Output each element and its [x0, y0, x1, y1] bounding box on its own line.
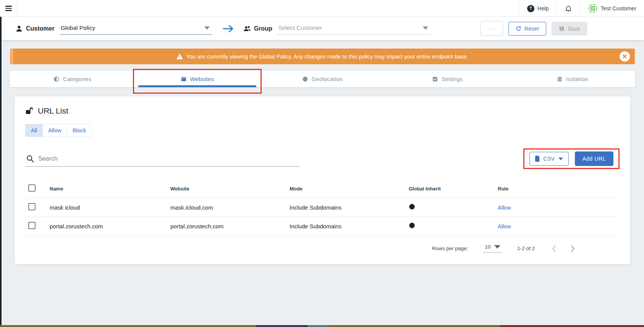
filter-block-button[interactable]: Block [67, 124, 92, 137]
bell-icon [565, 5, 572, 12]
add-url-button[interactable]: Add URL [575, 151, 613, 166]
active-tab-underline [138, 85, 256, 87]
refresh-icon [516, 26, 521, 31]
tab-websites[interactable]: Websites [135, 71, 260, 87]
close-icon [623, 54, 627, 59]
search-icon [26, 155, 34, 163]
policy-tabs: Categories Websites Geolocation [10, 71, 635, 87]
cell-mode: Include Subdomains [286, 198, 406, 217]
rule-filter-group: All Allow Block [25, 124, 92, 137]
chevron-down-icon [204, 26, 210, 30]
banner-close-button[interactable] [620, 51, 630, 62]
list-controls: CSV Add URL [25, 148, 620, 167]
cell-name: mask icloud [47, 198, 167, 217]
group-select-placeholder: Select Customer [278, 24, 322, 31]
hamburger-icon [5, 6, 12, 11]
save-icon [559, 26, 565, 31]
customer-select-value: Global Policy [61, 24, 95, 31]
globe-icon [409, 222, 415, 229]
url-list-title: URL List [25, 106, 620, 116]
customer-select[interactable]: Global Policy [60, 22, 212, 35]
annotation-box-actions: CSV Add URL [523, 148, 620, 169]
rule-link[interactable]: Allow [498, 205, 511, 211]
row-checkbox[interactable] [28, 222, 36, 229]
url-list-card: URL List All Allow Block [15, 96, 630, 264]
policy-actions: ... Reset Save [481, 21, 587, 36]
group-label: Group [243, 25, 272, 33]
help-button[interactable]: ? Help [519, 0, 557, 17]
customer-label: Customer [15, 25, 55, 33]
group-select[interactable]: Select Customer [278, 22, 430, 35]
customer-logo-icon [588, 3, 598, 13]
group-select-group: Group Select Customer [243, 22, 430, 35]
help-icon: ? [527, 5, 534, 12]
search-field[interactable] [25, 153, 299, 167]
top-bar-right: ? Help Test Customer [519, 0, 644, 17]
contrast-icon [53, 76, 60, 82]
table-row: mask icloud mask.icloud.com Include Subd… [25, 198, 620, 217]
pagination: Rows per page: 10 1-2 of 2 [25, 236, 620, 255]
rows-per-page-select[interactable]: 10 [483, 244, 502, 253]
app-root: ? Help Test Customer [0, 0, 644, 327]
bottom-screen-edge [0, 325, 644, 327]
tab-categories[interactable]: Categories [10, 71, 135, 87]
search-input[interactable] [38, 155, 299, 162]
csv-dropdown-button[interactable]: CSV [529, 152, 569, 166]
person-icon [15, 25, 23, 33]
banner-text: You are currently viewing the Global Pol… [186, 54, 468, 60]
table-header-row: Name Website Mode Global Inherit Rule [25, 180, 620, 198]
tab-geolocation[interactable]: Geolocation [260, 71, 385, 87]
table-row: portal.zorustech.com portal.zorustech.co… [25, 217, 620, 236]
file-icon [535, 156, 540, 162]
reset-button[interactable]: Reset [508, 22, 546, 36]
policy-bar: Customer Global Policy Group Select Cust… [2, 17, 644, 40]
url-table: Name Website Mode Global Inherit Rule ma… [25, 180, 620, 236]
cell-website: mask.icloud.com [167, 198, 286, 217]
save-button[interactable]: Save [552, 22, 587, 36]
help-label: Help [537, 5, 549, 11]
cell-name: portal.zorustech.com [47, 217, 167, 236]
chevron-down-icon [494, 245, 500, 249]
top-bar: ? Help Test Customer [0, 0, 644, 17]
account-menu-button[interactable]: Test Customer [580, 0, 644, 17]
main-content: You are currently viewing the Global Pol… [2, 40, 644, 327]
customer-select-group: Customer Global Policy [2, 22, 212, 35]
tab-settings[interactable]: Settings [385, 71, 510, 87]
header-rule: Rule [495, 180, 620, 198]
arrow-right-icon [223, 24, 234, 33]
rows-per-page-label: Rows per page: [432, 246, 468, 251]
global-policy-warning-banner: You are currently viewing the Global Pol… [10, 49, 635, 64]
collapsed-sidebar-edge [0, 17, 2, 327]
customer-name-label: Test Customer [601, 5, 636, 11]
people-icon [243, 25, 251, 33]
cell-mode: Include Subdomains [286, 217, 406, 236]
globe-icon [409, 203, 415, 210]
globe-icon [302, 76, 308, 82]
unlock-icon [25, 107, 34, 115]
check-square-icon [432, 76, 438, 82]
warning-icon [176, 54, 183, 59]
page-range-label: 1-2 of 2 [517, 246, 535, 251]
rule-link[interactable]: Allow [498, 223, 511, 229]
chevron-down-icon [558, 158, 563, 160]
menu-button[interactable] [0, 0, 17, 17]
select-all-checkbox[interactable] [28, 184, 36, 192]
more-options-button[interactable]: ... [481, 21, 503, 36]
tab-isolation[interactable]: Isolation [510, 71, 635, 87]
filter-allow-button[interactable]: Allow [42, 124, 67, 137]
row-checkbox[interactable] [28, 203, 36, 210]
header-mode: Mode [286, 180, 406, 198]
header-website: Website [167, 180, 286, 198]
header-global-inherit: Global Inherit [406, 180, 495, 198]
notifications-button[interactable] [557, 0, 580, 17]
browser-icon [181, 76, 187, 82]
header-name: Name [47, 180, 167, 198]
next-page-button[interactable] [568, 244, 577, 253]
banner-accent-cap [10, 49, 13, 64]
chevron-down-icon [423, 26, 428, 30]
server-stack-icon [557, 76, 563, 82]
previous-page-button[interactable] [550, 244, 558, 253]
cell-website: portal.zorustech.com [167, 217, 286, 236]
filter-all-button[interactable]: All [25, 124, 43, 137]
